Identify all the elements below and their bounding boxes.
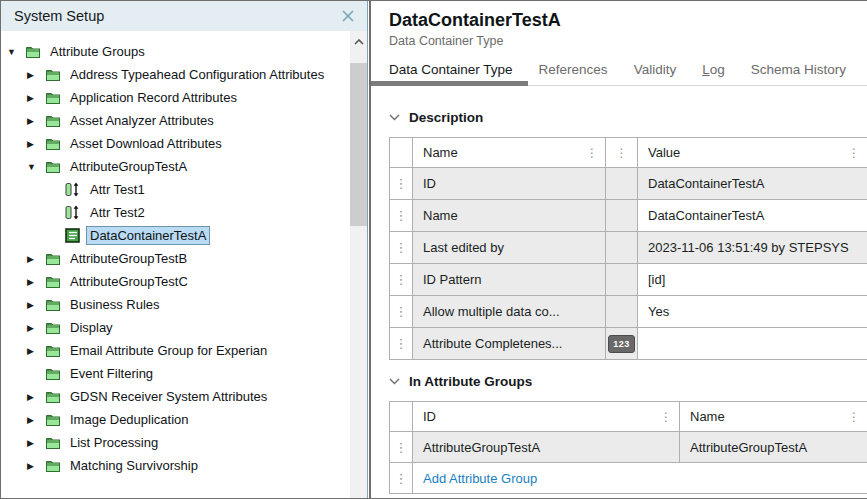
row-drag-handle[interactable]: [390, 328, 413, 360]
row-drag-handle[interactable]: [390, 463, 413, 494]
indicator-cell: [606, 232, 638, 264]
tree-item-application-record-attributes[interactable]: ▶ Application Record Attributes: [1, 86, 367, 109]
folder-icon: [45, 114, 61, 128]
tree-item-attributegrouptestb[interactable]: ▶ AttributeGroupTestB: [1, 247, 367, 270]
tab-schema-history[interactable]: Schema History: [751, 62, 846, 77]
expander-collapsed-icon[interactable]: ▶: [27, 139, 45, 149]
folder-icon-wrap: [45, 459, 61, 473]
folder-icon: [45, 436, 61, 450]
attribute-value-cell[interactable]: [id]: [638, 264, 867, 296]
tree-item-list-processing[interactable]: ▶ List Processing: [1, 431, 367, 454]
tree-item-business-rules[interactable]: ▶ Business Rules: [1, 293, 367, 316]
tree-item-attr-test2[interactable]: Attr Test2: [1, 201, 367, 224]
expander-collapsed-icon[interactable]: ▶: [27, 300, 45, 310]
tree-item-matching-survivorship[interactable]: ▶ Matching Survivorship: [1, 454, 367, 477]
expander-collapsed-icon[interactable]: ▶: [27, 392, 45, 402]
attribute-name-cell: ID: [413, 168, 606, 200]
in-attribute-groups-table: IDNameAttributeGroupTestAAttributeGroupT…: [389, 401, 867, 494]
tree-item-label: AttributeGroupTestA: [66, 157, 191, 176]
column-menu-icon[interactable]: [616, 147, 628, 159]
drag-handle-icon: [395, 337, 408, 350]
tab-bar: Data Container TypeReferencesValidityLog…: [389, 62, 867, 86]
folder-icon-wrap: [45, 413, 61, 427]
attribute-value-cell[interactable]: [638, 328, 867, 360]
close-icon[interactable]: [339, 7, 357, 25]
attribute-value-cell[interactable]: 2023-11-06 13:51:49 by STEPSYS: [638, 232, 867, 264]
folder-icon-wrap: [45, 344, 61, 358]
attribute-value-cell[interactable]: Yes: [638, 296, 867, 328]
panel-titlebar: System Setup: [1, 1, 367, 31]
tree-item-label: Address Typeahead Configuration Attribut…: [66, 65, 328, 84]
active-tab-indicator: [371, 81, 528, 86]
tree-scrollbar[interactable]: [350, 31, 367, 498]
tree-item-attributegrouptestc[interactable]: ▶ AttributeGroupTestC: [1, 270, 367, 293]
expander-expanded-icon[interactable]: ▼: [7, 47, 25, 57]
folder-icon: [45, 459, 61, 473]
page-title: DataContainerTestA: [389, 1, 867, 31]
tab-data-container-type[interactable]: Data Container Type: [389, 62, 513, 77]
row-drag-handle[interactable]: [390, 296, 413, 328]
drag-handle-icon: [395, 472, 408, 485]
row-drag-handle[interactable]: [390, 264, 413, 296]
attribute-value-cell[interactable]: DataContainerTestA: [638, 200, 867, 232]
folder-icon-wrap: [25, 45, 41, 59]
column-menu-icon[interactable]: [586, 147, 598, 159]
tree-item-attr-test1[interactable]: Attr Test1: [1, 178, 367, 201]
expander-collapsed-icon[interactable]: ▶: [27, 323, 45, 333]
indicator-cell: [606, 200, 638, 232]
tree-item-asset-analyzer-attributes[interactable]: ▶ Asset Analyzer Attributes: [1, 109, 367, 132]
row-drag-handle[interactable]: [390, 200, 413, 232]
in-attribute-groups-section-header[interactable]: In Attribute Groups: [389, 374, 867, 389]
expander-collapsed-icon[interactable]: ▶: [27, 254, 45, 264]
row-drag-handle[interactable]: [390, 432, 413, 463]
tree-item-datacontainertesta[interactable]: DataContainerTestA: [1, 224, 367, 247]
attribute-name-cell: ID Pattern: [413, 264, 606, 296]
expander-expanded-icon[interactable]: ▼: [27, 162, 45, 172]
description-section-header[interactable]: Description: [389, 110, 867, 125]
scrollbar-thumb[interactable]: [350, 63, 367, 226]
folder-icon: [45, 137, 61, 151]
expander-collapsed-icon[interactable]: ▶: [27, 415, 45, 425]
drag-handle-icon: [395, 241, 408, 254]
expander-collapsed-icon[interactable]: ▶: [27, 70, 45, 80]
tree-item-gdsn-receiver-system-attributes[interactable]: ▶ GDSN Receiver System Attributes: [1, 385, 367, 408]
column-menu-icon[interactable]: [660, 411, 672, 423]
column-menu-icon[interactable]: [848, 147, 860, 159]
folder-icon: [45, 390, 61, 404]
column-menu-icon[interactable]: [848, 411, 860, 423]
tree-item-asset-download-attributes[interactable]: ▶ Asset Download Attributes: [1, 132, 367, 155]
tree-item-image-deduplication[interactable]: ▶ Image Deduplication: [1, 408, 367, 431]
expander-collapsed-icon[interactable]: ▶: [27, 346, 45, 356]
tree-item-display[interactable]: ▶ Display: [1, 316, 367, 339]
tab-references[interactable]: References: [539, 62, 608, 77]
indicator-column-header: [606, 138, 638, 168]
add-attribute-group-label[interactable]: Add Attribute Group: [423, 471, 537, 486]
folder-icon-wrap: [45, 367, 61, 381]
row-drag-handle[interactable]: [390, 232, 413, 264]
tab-log[interactable]: Log: [702, 62, 725, 77]
expander-collapsed-icon[interactable]: ▶: [27, 93, 45, 103]
expander-collapsed-icon[interactable]: ▶: [27, 116, 45, 126]
folder-icon: [45, 160, 61, 174]
numeric-type-badge: 123: [608, 335, 635, 353]
tree-item-email-attribute-group-for-experian[interactable]: ▶ Email Attribute Group for Experian: [1, 339, 367, 362]
tree-item-attribute-groups[interactable]: ▼ Attribute Groups: [1, 40, 367, 63]
attribute-value-cell[interactable]: DataContainerTestA: [638, 168, 867, 200]
tree-item-address-typeahead-configuration-attributes[interactable]: ▶ Address Typeahead Configuration Attrib…: [1, 63, 367, 86]
folder-icon: [45, 91, 61, 105]
tree-item-event-filtering[interactable]: Event Filtering: [1, 362, 367, 385]
expander-collapsed-icon[interactable]: ▶: [27, 461, 45, 471]
attribute-icon-wrap: [65, 183, 81, 197]
expander-collapsed-icon[interactable]: ▶: [27, 438, 45, 448]
column-header-name: Name: [413, 138, 606, 168]
row-drag-handle[interactable]: [390, 168, 413, 200]
add-attribute-group-link[interactable]: Add Attribute Group: [413, 463, 867, 494]
scroll-up-button[interactable]: [350, 31, 367, 53]
tree-item-attributegrouptesta[interactable]: ▼ AttributeGroupTestA: [1, 155, 367, 178]
tab-validity[interactable]: Validity: [634, 62, 677, 77]
description-table: NameValueIDDataContainerTestANameDataCon…: [389, 137, 867, 360]
folder-icon-wrap: [45, 436, 61, 450]
folder-icon-wrap: [45, 68, 61, 82]
attribute-icon: [65, 182, 81, 197]
expander-collapsed-icon[interactable]: ▶: [27, 277, 45, 287]
